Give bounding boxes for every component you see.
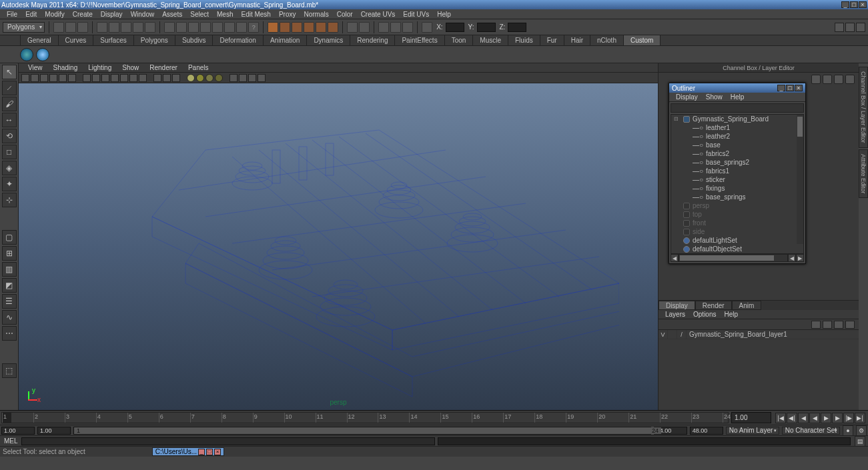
vp-icon[interactable] [49, 74, 57, 82]
shelf-tab-deformation[interactable]: Deformation [212, 35, 263, 45]
layers-menu-help[interactable]: Help [720, 311, 742, 318]
outliner-vscroll[interactable] [797, 115, 803, 244]
step-back-key-button[interactable]: ◀| [787, 413, 797, 423]
vp-icon[interactable] [196, 74, 204, 82]
layout-graph-icon[interactable]: ∿ [2, 310, 17, 325]
outliner-maximize[interactable]: □ [786, 85, 794, 91]
outliner-hscroll[interactable]: ◀◀▶ [671, 254, 804, 262]
shelf-tab-fluids[interactable]: Fluids [508, 35, 540, 45]
menu-create[interactable]: Create [69, 11, 97, 18]
construction-history-icon[interactable] [378, 22, 389, 33]
vp-icon[interactable] [120, 74, 128, 82]
lasso-tool[interactable]: ⟋ [2, 81, 17, 95]
vp-icon[interactable] [83, 74, 91, 82]
layout-outliner-icon[interactable]: ☰ [2, 294, 17, 309]
layer-row[interactable]: V / Gymnastic_Spring_Board_layer1 [659, 330, 859, 339]
menu-file[interactable]: File [3, 11, 21, 18]
panel-layout2-icon[interactable] [359, 22, 370, 33]
vp-icon[interactable] [258, 74, 266, 82]
close-button[interactable]: × [859, 1, 867, 8]
snap-grid-icon[interactable] [164, 22, 175, 33]
minimize-button[interactable]: _ [841, 1, 849, 8]
shelf-tab-custom[interactable]: Custom [623, 35, 661, 45]
taskbar-item[interactable]: C:\Users\Us... _ □ × [152, 447, 224, 456]
cmd-input[interactable] [21, 437, 435, 445]
select-tool[interactable]: ↖ [2, 65, 17, 79]
ipr-render-icon[interactable] [280, 22, 290, 33]
cb-icon[interactable] [811, 75, 821, 84]
layout-four-icon[interactable]: ⊞ [2, 246, 17, 261]
attr-editor-toggle-icon[interactable] [835, 23, 844, 32]
vp-icon[interactable] [163, 74, 171, 82]
vp-icon[interactable] [239, 74, 247, 82]
auto-key-button[interactable]: ● [843, 425, 853, 436]
menu-edit-uvs[interactable]: Edit UVs [399, 11, 433, 18]
shelf-tab-hair[interactable]: Hair [564, 35, 590, 45]
menu-color[interactable]: Color [333, 11, 357, 18]
outliner-search[interactable] [671, 103, 804, 113]
rotate-tool[interactable]: ⟲ [2, 129, 17, 143]
outliner-camera[interactable]: persp [671, 201, 803, 210]
last-tool-icon[interactable]: ⬚ [2, 363, 17, 378]
go-start-button[interactable]: |◀ [775, 413, 786, 423]
mode-dropdown[interactable]: Polygons [3, 22, 45, 33]
range-end-outer[interactable]: 48.00 [690, 427, 723, 435]
outliner-window[interactable]: Outliner _ □ × Display Show Help ⊟Gymnas… [669, 83, 806, 264]
layers-menu-layers[interactable]: Layers [661, 311, 689, 318]
soft-mod-tool[interactable]: ✦ [2, 177, 17, 191]
toggle-icon[interactable] [390, 22, 401, 33]
step-forward-button[interactable]: ▶ [832, 413, 843, 423]
maximize-button[interactable]: □ [850, 1, 858, 8]
layer-icon[interactable] [811, 321, 821, 329]
cb-icon[interactable] [834, 75, 843, 84]
layer-icon[interactable] [845, 321, 855, 329]
cmd-lang-label[interactable]: MEL [0, 437, 20, 445]
step-back-button[interactable]: ◀ [798, 413, 809, 423]
shelf-tab-animation[interactable]: Animation [263, 35, 307, 45]
range-handle[interactable]: 1 24 [74, 427, 661, 434]
shelf-tab-toon[interactable]: Toon [444, 35, 474, 45]
toggle2-icon[interactable] [402, 22, 413, 33]
layer-name[interactable]: Gymnastic_Spring_Board_layer1 [687, 331, 859, 338]
script-editor-button[interactable]: ▤ [855, 436, 865, 447]
layer-icon[interactable] [834, 321, 843, 329]
outliner-menu-help[interactable]: Help [727, 93, 749, 101]
outliner-item[interactable]: —○ fabrics1 [671, 167, 803, 175]
vp-icon[interactable] [187, 74, 195, 82]
menu-modify[interactable]: Modify [41, 11, 68, 18]
layer-visibility-cell[interactable]: V [659, 330, 668, 339]
range-start-outer[interactable]: 1.00 [1, 427, 35, 435]
outliner-item[interactable]: —○ fabrics2 [671, 149, 803, 158]
open-scene-icon[interactable] [65, 22, 76, 33]
time-slider-track[interactable]: 123456789101112131415161718192021222324 [1, 412, 729, 423]
taskbar-min-icon[interactable]: _ [198, 449, 205, 455]
vp-icon[interactable] [172, 74, 180, 82]
time-current-field[interactable]: 1.00 [731, 412, 771, 423]
vp-icon[interactable] [92, 74, 100, 82]
menu-help[interactable]: Help [433, 11, 455, 18]
snap-live-icon[interactable] [212, 22, 223, 33]
layout-two-icon[interactable]: ▥ [2, 262, 17, 277]
shelf-tab-polygons[interactable]: Polygons [133, 35, 175, 45]
vp-icon[interactable] [153, 74, 161, 82]
help-icon[interactable]: ? [248, 22, 259, 33]
go-end-button[interactable]: ▶| [855, 413, 865, 423]
vp-menu-show[interactable]: Show [117, 64, 144, 71]
input-mode-icon[interactable] [422, 22, 432, 33]
range-track[interactable]: 1 24 [73, 427, 651, 435]
shelf-custom-icon-2[interactable] [36, 48, 49, 61]
layout-single-icon[interactable]: ▢ [2, 230, 17, 245]
outliner-menu-show[interactable]: Show [702, 93, 727, 101]
menu-edit-mesh[interactable]: Edit Mesh [237, 11, 274, 18]
outliner-item[interactable]: —○ base_springs [671, 193, 803, 201]
vp-icon[interactable] [31, 74, 39, 82]
time-slider[interactable]: 123456789101112131415161718192021222324 … [0, 410, 868, 425]
universal-manip-tool[interactable]: ◈ [2, 161, 17, 175]
cb-icon[interactable] [823, 75, 832, 84]
shelf-tab-curves[interactable]: Curves [58, 35, 94, 45]
outliner-item[interactable]: —○ leather2 [671, 132, 803, 141]
render-region-icon[interactable] [292, 22, 302, 33]
paint-select-tool[interactable]: 🖌 [2, 97, 17, 111]
outliner-set[interactable]: defaultLightSet [671, 236, 803, 245]
taskbar-max-icon[interactable]: □ [206, 449, 213, 455]
